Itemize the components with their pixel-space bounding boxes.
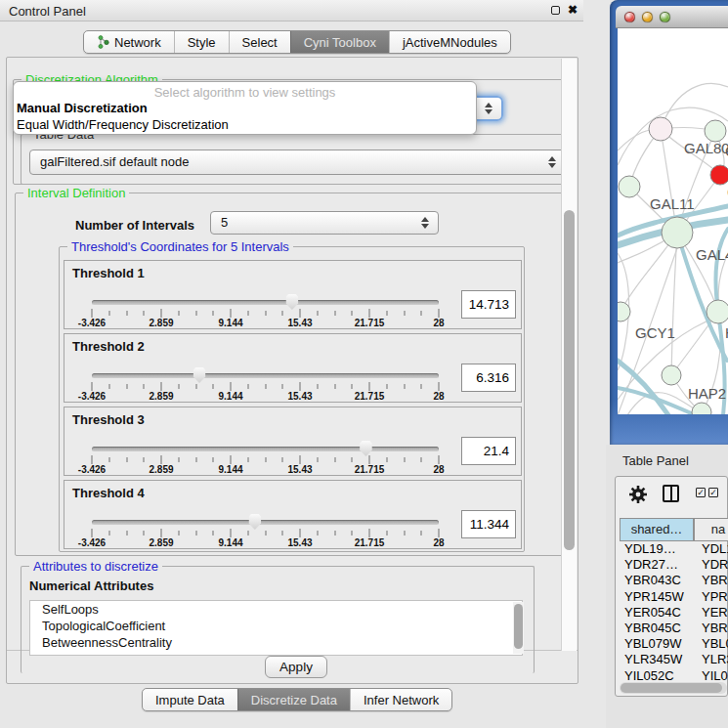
control-panel: Control Panel ✖ Network Style Select Cyn…: [0, 0, 583, 728]
slider-thumb-icon[interactable]: [359, 440, 373, 456]
network-window-titlebar: [616, 6, 728, 28]
panel-vertical-scrollbar[interactable]: [561, 59, 577, 651]
threshold-row: Threshold 3-3.4262.8599.14415.4321.71528…: [64, 407, 522, 476]
popup-item-equal-width-frequency[interactable]: Equal Width/Frequency Discretization: [14, 116, 476, 133]
network-node[interactable]: [649, 117, 672, 141]
network-node[interactable]: [705, 120, 726, 142]
threshold-value-field[interactable]: 11.344: [461, 510, 516, 538]
numerical-attributes-label: Numerical Attributes: [29, 578, 153, 593]
threshold-label: Threshold 4: [72, 486, 145, 500]
control-panel-titlebar: Control Panel ✖: [0, 0, 583, 21]
table-horizontal-scrollbar[interactable]: [620, 682, 727, 694]
column-header-shared-name[interactable]: shared…: [620, 518, 694, 541]
table-panel: Table Panel ✓ ✓ shared… na YDL19…YDL1YDR…: [606, 445, 728, 728]
threshold-slider[interactable]: [92, 373, 439, 378]
attribute-list-item[interactable]: BetweennessCentrality: [30, 634, 522, 651]
network-icon: [97, 35, 109, 49]
table-panel-body: ✓ ✓ shared… na YDL19…YDL1YDR27…YDR2YBR04…: [615, 476, 728, 697]
slider-thumb-icon[interactable]: [247, 513, 262, 530]
node-label: GAL4: [696, 246, 728, 263]
table-row[interactable]: YER054CYER0: [620, 605, 728, 621]
tab-style[interactable]: Style: [174, 31, 229, 53]
tab-network[interactable]: Network: [84, 31, 174, 53]
combo-stepper-icon: [485, 103, 493, 114]
close-traffic-light[interactable]: [624, 12, 635, 22]
threshold-label: Threshold 1: [72, 266, 145, 280]
table-data-group: Table Data galFiltered.sif default node: [21, 134, 571, 185]
node-label: GCY1: [635, 324, 675, 341]
apply-button[interactable]: Apply: [265, 656, 327, 678]
panel-title: Control Panel: [9, 4, 86, 19]
thresholds-title: Threshold's Coordinates for 5 Intervals: [67, 239, 293, 254]
network-node[interactable]: [662, 217, 693, 248]
tab-impute-data[interactable]: Impute Data: [143, 689, 237, 710]
checkbox-icon[interactable]: ✓: [696, 488, 706, 497]
float-window-icon[interactable]: [551, 6, 560, 15]
threshold-row: Threshold 4-3.4262.8599.14415.4321.71528…: [64, 480, 522, 549]
threshold-row: Threshold 2-3.4262.8599.14415.4321.71528…: [64, 333, 522, 403]
tab-infer-network[interactable]: Infer Network: [350, 689, 451, 710]
interval-definition-group: Interval Definition Number of Intervals …: [15, 193, 571, 556]
network-node[interactable]: [692, 403, 711, 414]
threshold-slider[interactable]: [92, 520, 439, 525]
algorithm-dropdown-popup: Select algorithm to view settings Manual…: [13, 81, 477, 135]
network-edge: [671, 233, 677, 375]
table-row[interactable]: YBR045CYBR0: [620, 621, 728, 636]
popup-placeholder: Select algorithm to view settings: [14, 82, 476, 100]
network-canvas[interactable]: GAL80GCGAL11GAL4GCY1HHAP2: [618, 28, 728, 414]
table-row[interactable]: YBL079WYBL0: [620, 636, 728, 652]
threshold-row: Threshold 1-3.4262.8599.14415.4321.71528…: [64, 260, 522, 329]
node-label: GAL80: [684, 140, 728, 156]
network-node[interactable]: [710, 165, 728, 185]
threshold-label: Threshold 3: [72, 412, 145, 427]
column-header-name[interactable]: na: [694, 518, 728, 541]
minimize-traffic-light[interactable]: [642, 12, 653, 22]
gear-icon[interactable]: [627, 484, 649, 505]
close-icon[interactable]: ✖: [568, 3, 578, 17]
popup-item-manual-discretization[interactable]: Manual Discretization: [14, 100, 476, 116]
checkbox-icon[interactable]: ✓: [708, 488, 718, 497]
network-node[interactable]: [707, 300, 728, 323]
interval-definition-title: Interval Definition: [23, 186, 129, 200]
node-label: HAP2: [688, 385, 726, 402]
slider-thumb-icon[interactable]: [284, 293, 299, 310]
zoom-traffic-light[interactable]: [660, 12, 670, 22]
threshold-slider[interactable]: [92, 447, 439, 451]
attribute-list-item[interactable]: SelfLoops: [30, 601, 522, 618]
table-row[interactable]: YDL19…YDL1: [620, 541, 728, 557]
table-row[interactable]: YDR27…YDR2: [620, 557, 728, 573]
top-tab-bar: Network Style Select Cyni Toolbox jActiv…: [83, 30, 511, 54]
attribute-list-item[interactable]: TopologicalCoefficient: [30, 618, 522, 634]
split-columns-icon[interactable]: [663, 485, 679, 502]
network-node[interactable]: [619, 176, 640, 197]
attributes-scrollbar[interactable]: [513, 602, 524, 654]
cyni-content-panel: Discretization Algorithm Select algorith…: [6, 57, 578, 684]
tab-select[interactable]: Select: [229, 31, 290, 53]
table-panel-title: Table Panel: [622, 453, 689, 468]
threshold-value-field[interactable]: 6.316: [461, 364, 516, 392]
tab-jactivemnodules[interactable]: jActiveMNodules: [389, 31, 510, 53]
table-row[interactable]: YPR145WYPR1: [620, 589, 728, 605]
node-label: GAL11: [650, 195, 695, 212]
threshold-value-field[interactable]: 14.713: [461, 290, 516, 319]
slider-thumb-icon[interactable]: [193, 366, 207, 383]
threshold-value-field[interactable]: 21.4: [461, 437, 516, 465]
tab-discretize-data[interactable]: Discretize Data: [237, 689, 350, 710]
num-intervals-label: Number of Intervals: [75, 218, 194, 233]
node-table: shared… na YDL19…YDL1YDR27…YDR2YBR043CYB…: [620, 518, 728, 684]
threshold-label: Threshold 2: [72, 339, 145, 354]
bottom-tab-bar: Impute Data Discretize Data Infer Networ…: [142, 688, 452, 711]
thresholds-group: Threshold's Coordinates for 5 Intervals …: [59, 246, 525, 552]
table-row[interactable]: YLR345WYLR3: [620, 652, 728, 667]
num-intervals-combo[interactable]: 5: [210, 211, 439, 235]
network-view-window: GAL80GCGAL11GAL4GCY1HHAP2: [610, 0, 728, 445]
network-node[interactable]: [662, 365, 681, 385]
numerical-attributes-list: SelfLoopsTopologicalCoefficientBetweenne…: [29, 600, 523, 656]
tab-cyni-toolbox[interactable]: Cyni Toolbox: [290, 31, 389, 53]
table-row[interactable]: YBR043CYBR0: [620, 573, 728, 588]
threshold-slider[interactable]: [92, 300, 439, 305]
network-edge-thick: [618, 388, 696, 414]
attributes-title: Attributes to discretize: [29, 559, 162, 574]
combo-stepper-icon: [548, 156, 557, 168]
table-data-combo[interactable]: galFiltered.sif default node: [29, 150, 566, 175]
